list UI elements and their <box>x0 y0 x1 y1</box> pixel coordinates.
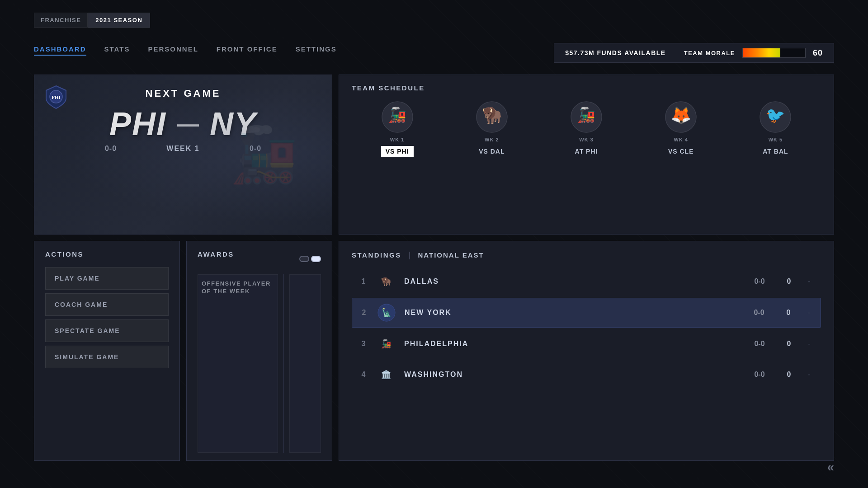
washington-rank: 4 <box>359 371 368 379</box>
dallas-pts: 0 <box>782 277 796 286</box>
main-nav: DASHBOARD STATS PERSONNEL FRONT OFFICE S… <box>34 45 337 56</box>
dallas-logo: 🦬 <box>377 272 395 291</box>
newyork-name: NEW YORK <box>405 309 736 317</box>
newyork-diff: - <box>804 309 813 317</box>
svg-text:🚂: 🚂 <box>577 106 595 123</box>
svg-text:PHI: PHI <box>52 94 61 100</box>
morale-value: 60 <box>813 48 823 58</box>
season-label: 2021 SEASON <box>88 13 150 28</box>
nav-personnel[interactable]: PERSONNEL <box>148 45 198 56</box>
svg-text:🦬: 🦬 <box>481 105 502 125</box>
next-game-panel: 🚂 PHI NEXT GAME PHI — NY 0-0 WEEK 1 0-0 <box>34 75 332 235</box>
bottom-left-panels: ACTIONS PLAY GAME COACH GAME SPECTATE GA… <box>34 241 332 461</box>
svg-text:🦊: 🦊 <box>671 105 691 125</box>
nav-stats[interactable]: STATS <box>104 45 130 56</box>
philadelphia-name: PHILADELPHIA <box>404 340 737 348</box>
washington-pts: 0 <box>782 371 796 379</box>
coach-game-button[interactable]: COACH GAME <box>45 293 169 316</box>
schedule-title: TEAM SCHEDULE <box>352 84 821 92</box>
schedule-week-4: 🦊 WK 4 VS CLE <box>636 101 726 157</box>
schedule-week-5: 🐦 WK 5 AT BAL <box>730 101 821 157</box>
schedule-wk-3: WK 3 <box>579 137 594 142</box>
awards-content: OFFENSIVE PLAYER OF THE WEEK <box>198 274 321 453</box>
philadelphia-pts: 0 <box>782 340 796 348</box>
schedule-logo-4: 🦊 <box>665 101 697 133</box>
schedule-matchup-2[interactable]: VS DAL <box>474 146 509 157</box>
schedule-logo-1: 🚂 <box>381 101 414 133</box>
schedule-logo-3: 🚂 <box>570 101 603 133</box>
nav-front-office[interactable]: FRONT OFFICE <box>217 45 278 56</box>
play-game-button[interactable]: PLAY GAME <box>45 267 169 290</box>
standings-label: STANDINGS <box>352 251 401 259</box>
simulate-game-button[interactable]: SIMULATE GAME <box>45 346 169 368</box>
washington-record: 0-0 <box>746 371 773 379</box>
schedule-matchup-4[interactable]: VS CLE <box>664 146 698 157</box>
actions-panel: ACTIONS PLAY GAME COACH GAME SPECTATE GA… <box>34 241 180 461</box>
spectate-game-button[interactable]: SPECTATE GAME <box>45 319 169 342</box>
philadelphia-record: 0-0 <box>746 340 773 348</box>
breadcrumb: FRANCHISE 2021 SEASON <box>34 13 150 28</box>
awards-title: AWARDS <box>198 250 234 258</box>
svg-text:🚂: 🚂 <box>388 106 406 123</box>
home-record: 0-0 <box>75 145 147 153</box>
schedule-matchup-1[interactable]: VS PHI <box>381 146 414 157</box>
standings-panel: STANDINGS | NATIONAL EAST 1 🦬 DALLAS 0-0… <box>339 241 834 461</box>
back-button[interactable]: « <box>827 460 834 474</box>
dallas-name: DALLAS <box>404 277 737 286</box>
schedule-logo-2: 🦬 <box>476 101 508 133</box>
awards-header: AWARDS <box>198 250 321 267</box>
newyork-record: 0-0 <box>745 309 773 317</box>
standings-conference: NATIONAL EAST <box>418 251 484 259</box>
newyork-pts: 0 <box>782 309 795 317</box>
franchise-label: FRANCHISE <box>34 13 88 28</box>
team-logo-shield: PHI <box>43 84 69 109</box>
dallas-record: 0-0 <box>746 277 773 286</box>
schedule-wk-1: WK 1 <box>390 137 405 142</box>
newyork-rank: 2 <box>359 309 368 317</box>
nav-dashboard[interactable]: DASHBOARD <box>34 45 86 56</box>
dallas-rank: 1 <box>359 277 368 286</box>
svg-text:🗽: 🗽 <box>382 308 392 318</box>
philadelphia-diff: - <box>805 340 814 348</box>
philadelphia-logo: 🚂 <box>377 335 395 353</box>
awards-panel: AWARDS OFFENSIVE PLAYER OF THE WEEK <box>186 241 332 461</box>
defensive-award-card <box>289 274 321 453</box>
actions-title: ACTIONS <box>45 250 169 258</box>
schedule-week-3: 🚂 WK 3 AT PHI <box>541 101 632 157</box>
standings-row-dallas: 1 🦬 DALLAS 0-0 0 - <box>352 267 821 296</box>
schedule-matchup-5[interactable]: AT BAL <box>758 146 793 157</box>
standings-row-newyork: 2 🗽 NEW YORK 0-0 0 - <box>352 298 821 328</box>
ghost-bg: 🚂 <box>187 75 332 234</box>
awards-icon-left <box>299 256 309 262</box>
washington-diff: - <box>805 371 814 379</box>
schedule-wk-2: WK 2 <box>485 137 499 142</box>
actions-grid: PLAY GAME COACH GAME SPECTATE GAME SIMUL… <box>45 267 169 368</box>
newyork-logo: 🗽 <box>377 304 396 322</box>
standings-title-row: STANDINGS | NATIONAL EAST <box>352 250 821 260</box>
morale-fill <box>743 48 780 57</box>
standings-row-washington: 4 🏛️ WASHINGTON 0-0 0 - <box>352 360 821 389</box>
offensive-award-label: OFFENSIVE PLAYER OF THE WEEK <box>202 280 274 296</box>
nav-settings[interactable]: SETTINGS <box>296 45 337 56</box>
svg-text:🐦: 🐦 <box>766 106 785 125</box>
standings-title-divider: | <box>409 250 411 260</box>
washington-logo: 🏛️ <box>377 366 395 384</box>
schedule-wk-4: WK 4 <box>674 137 688 142</box>
schedule-panel: TEAM SCHEDULE 🚂 WK 1 VS PHI 🦬 <box>339 75 834 235</box>
schedule-week-2: 🦬 WK 2 VS DAL <box>446 101 537 157</box>
schedule-week-1: 🚂 WK 1 VS PHI <box>352 101 443 157</box>
offensive-award-card: OFFENSIVE PLAYER OF THE WEEK <box>198 274 278 453</box>
philadelphia-rank: 3 <box>359 340 368 348</box>
funds-amount: $57.73M FUNDS AVAILABLE <box>565 49 666 56</box>
funds-bar: $57.73M FUNDS AVAILABLE TEAM MORALE 60 <box>554 43 834 63</box>
schedule-grid: 🚂 WK 1 VS PHI 🦬 WK 2 VS DAL <box>352 101 821 157</box>
dallas-diff: - <box>805 277 814 286</box>
main-content: 🚂 PHI NEXT GAME PHI — NY 0-0 WEEK 1 0-0 … <box>34 75 834 461</box>
schedule-logo-5: 🐦 <box>759 101 792 133</box>
awards-toggle-icon[interactable] <box>299 256 321 262</box>
home-team-abbr: PHI <box>109 108 166 140</box>
schedule-matchup-3[interactable]: AT PHI <box>571 146 603 157</box>
morale-label: TEAM MORALE <box>684 50 735 56</box>
awards-divider <box>283 274 284 453</box>
morale-section: TEAM MORALE 60 <box>684 48 823 58</box>
